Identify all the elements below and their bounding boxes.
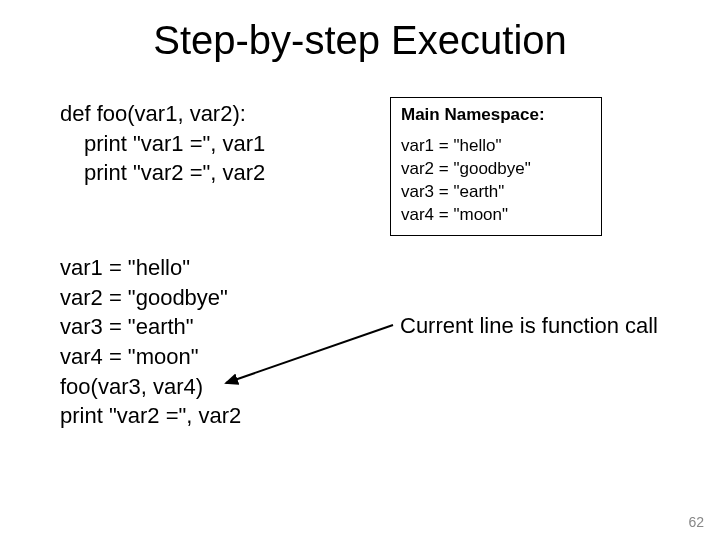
code-line: var2 = "goodbye" <box>60 283 241 313</box>
code-line: print "var2 =", var2 <box>60 401 241 431</box>
namespace-entry: var1 = "hello" <box>401 135 591 158</box>
namespace-box: Main Namespace: var1 = "hello" var2 = "g… <box>390 97 602 236</box>
namespace-entry: var3 = "earth" <box>401 181 591 204</box>
code-line: foo(var3, var4) <box>60 372 241 402</box>
code-line: print "var2 =", var2 <box>60 158 265 188</box>
code-line: var3 = "earth" <box>60 312 241 342</box>
main-code-block: var1 = "hello" var2 = "goodbye" var3 = "… <box>60 253 241 431</box>
function-definition-block: def foo(var1, var2): print "var1 =", var… <box>60 99 265 188</box>
namespace-entry: var4 = "moon" <box>401 204 591 227</box>
code-line: def foo(var1, var2): <box>60 99 265 129</box>
svg-line-0 <box>226 325 393 383</box>
code-line: print "var1 =", var1 <box>60 129 265 159</box>
code-line: var1 = "hello" <box>60 253 241 283</box>
slide-content: def foo(var1, var2): print "var1 =", var… <box>0 63 720 523</box>
code-line: var4 = "moon" <box>60 342 241 372</box>
arrow-icon <box>218 263 418 413</box>
slide-title: Step-by-step Execution <box>0 18 720 63</box>
namespace-entry: var2 = "goodbye" <box>401 158 591 181</box>
page-number: 62 <box>688 514 704 530</box>
annotation-text: Current line is function call <box>400 313 658 339</box>
namespace-title: Main Namespace: <box>401 104 591 127</box>
